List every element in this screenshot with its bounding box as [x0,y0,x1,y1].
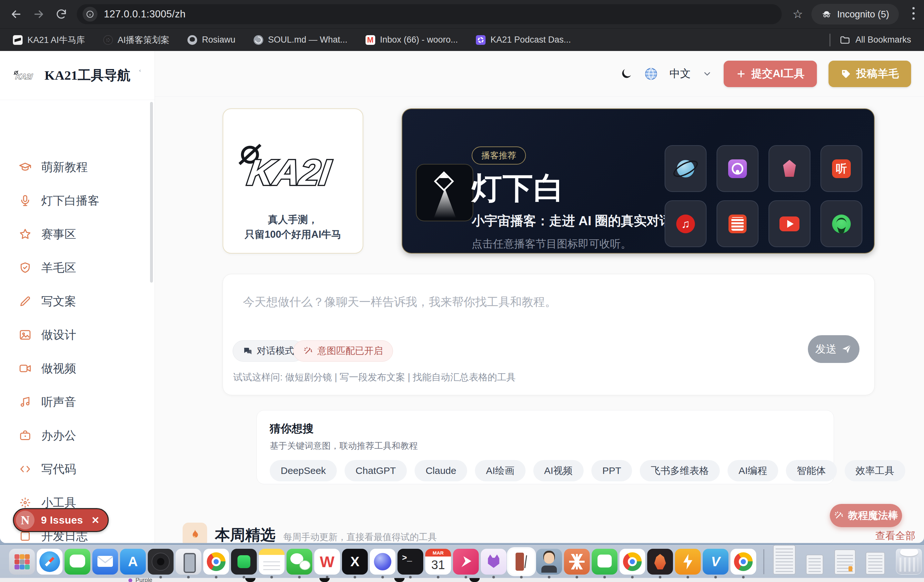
chrome-icon[interactable] [731,549,756,575]
tutorial-magic-wand-button[interactable]: 教程魔法棒 [830,504,902,527]
safari-icon[interactable] [37,549,63,575]
minimized-window-thumbnail[interactable] [862,549,888,575]
ximalaya-icon[interactable]: 听 [820,145,862,192]
globe-icon[interactable] [644,67,658,81]
suggest-chip[interactable]: AI绘画 [475,460,525,481]
messages-icon[interactable] [64,549,90,575]
bookmark-soul-md[interactable]: SOUL.md — What... [254,34,348,46]
chevron-down-icon[interactable] [702,69,712,79]
purple-cat-app-icon[interactable] [481,549,507,575]
active-brown-app-icon[interactable] [508,549,534,575]
suggest-chip[interactable]: Claude [414,460,467,481]
issues-close-icon[interactable]: ✕ [91,514,99,526]
site-info-icon[interactable] [82,7,97,21]
sidebar-item-copywriting[interactable]: 写文案 [0,290,155,313]
chat-search-card: 对话模式 意图匹配已开启 发送 试试这样问: 做短剧分镜 | 写一段发布文案 |… [223,274,874,395]
sidebar-item-design[interactable]: 做设计 [0,323,155,346]
avatar-app-icon[interactable] [536,549,562,575]
terminal-icon[interactable]: >_ [398,549,423,575]
minimized-window-thumbnail[interactable] [802,549,828,575]
send-button[interactable]: 发送 [808,335,860,363]
sidebar-item-audio[interactable]: 听声音 [0,391,155,414]
sidebar-item-coding[interactable]: 写代码 [0,457,155,481]
sidebar-item-podcast[interactable]: 灯下白播客 [0,189,155,212]
mail-icon[interactable] [92,549,118,575]
sidebar-item-deals[interactable]: 羊毛区 [0,256,155,279]
sidebar-item-competitions[interactable]: 赛事区 [0,223,155,246]
chrome-icon[interactable] [619,549,645,575]
view-all-link[interactable]: 查看全部 [875,529,915,542]
sidebar-scrollbar[interactable] [150,102,153,283]
intent-match-toggle[interactable]: 意图匹配已开启 [293,340,393,362]
blue-orb-app-icon[interactable] [370,549,396,575]
dark-disc-app-icon[interactable] [148,549,173,575]
calendar-icon[interactable]: MAR 31 [425,549,451,575]
chat-input[interactable] [243,294,824,330]
minimized-window-thumbnail[interactable] [771,549,797,575]
iphone-mirroring-icon[interactable] [175,549,201,575]
bookmark-label: Rosiawu [202,35,236,45]
wechat-icon[interactable] [287,549,312,575]
trash-icon[interactable] [896,549,922,575]
language-selector[interactable]: 中文 [670,66,691,81]
dark-green-app-icon[interactable] [231,549,257,575]
bookmark-podcast-plan[interactable]: AI播客策划案 [103,34,170,46]
lizhi-gem-icon[interactable] [769,145,810,192]
folder-icon [840,35,850,46]
apple-podcasts-icon[interactable] [716,145,759,192]
spotify-icon[interactable] [820,200,862,247]
reload-button[interactable] [54,7,68,21]
bookmark-star-icon[interactable]: ☆ [793,7,803,21]
sidebar-item-office[interactable]: 办办公 [0,424,155,447]
green-chat-app-icon[interactable] [592,549,617,575]
suggest-chip[interactable]: 飞书多维表格 [640,460,720,481]
netease-music-icon[interactable]: ♫ [665,200,706,247]
pink-share-app-icon[interactable] [453,549,479,575]
intent-match-label: 意图匹配已开启 [317,345,383,358]
all-bookmarks-button[interactable]: All Bookmarks [840,35,911,46]
suggest-chip[interactable]: DeepSeek [270,460,337,481]
suggest-chip[interactable]: 效率工具 [845,460,905,481]
submit-deal-button[interactable]: 投稿羊毛 [828,61,911,87]
back-button[interactable] [9,7,23,21]
forward-button[interactable] [31,7,46,21]
lamp-logo-icon [434,171,454,191]
bookmark-rosiawu[interactable]: Rosiawu [187,34,236,46]
minimized-window-thumbnail[interactable] [832,549,858,575]
issues-badge[interactable]: N 9 Issues ✕ [13,508,109,532]
lightning-app-icon[interactable] [675,549,701,575]
black-x-app-icon[interactable]: X [342,549,368,575]
dark-game-app-icon[interactable] [647,549,673,575]
xiaoyuzhou-icon[interactable] [665,145,706,192]
suggest-chip[interactable]: AI编程 [728,460,778,481]
bookmark-favicon [476,35,485,45]
app-store-icon[interactable]: A [120,549,146,575]
bookmark-ka21-podcast[interactable]: KA21 Podcast Das... [476,34,571,46]
ka21-logo-icon: KA2I [13,66,37,84]
bookmark-ka21[interactable]: KA21 AI牛马库 [13,34,85,46]
notes-icon[interactable] [259,549,285,575]
red-reader-icon[interactable] [716,200,759,247]
suggest-chip[interactable]: 智能体 [786,460,837,481]
wps-writer-icon[interactable]: W [314,549,340,575]
sidebar-item-label: 写代码 [41,461,76,477]
dark-mode-toggle-icon[interactable] [620,68,633,80]
browser-menu-icon[interactable] [912,7,915,22]
bookmark-label: KA21 AI牛马库 [27,34,85,46]
chrome-icon[interactable] [203,549,229,575]
launchpad-icon[interactable] [9,549,35,575]
blue-v-app-icon[interactable]: V [703,549,728,575]
bookmark-label: SOUL.md — What... [268,35,348,45]
address-bar[interactable]: 127.0.0.1:3005/zh [77,4,782,24]
suggest-chip[interactable]: AI视频 [533,460,584,481]
sidebar-item-beginner-tutorials[interactable]: 萌新教程 [0,155,155,179]
claude-icon[interactable] [564,549,590,575]
youtube-icon[interactable] [769,200,810,247]
sidebar-collapse-button[interactable] [139,69,142,82]
suggest-chip[interactable]: ChatGPT [345,460,407,481]
suggest-chip[interactable]: PPT [591,460,632,481]
bookmark-inbox[interactable]: Inbox (66) - wooro... [366,34,458,46]
podcast-cover-art[interactable] [416,164,473,221]
submit-ai-tool-button[interactable]: 提交AI工具 [724,61,817,87]
sidebar-item-video[interactable]: 做视频 [0,357,155,380]
